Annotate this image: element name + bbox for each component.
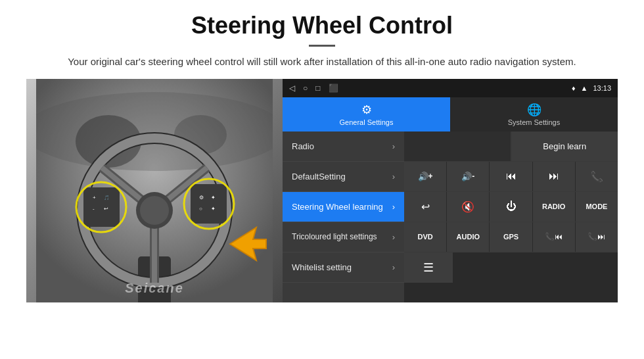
chevron-icon: ›: [392, 141, 395, 151]
audio-button[interactable]: AUDIO: [447, 222, 490, 252]
gps-label: GPS: [503, 233, 518, 241]
menu-list: Radio › DefaultSetting › Steering Wheel …: [283, 132, 404, 302]
menu-default-label: DefaultSetting: [292, 172, 346, 181]
tab-bar: ⚙ General Settings 🌐 System Settings: [283, 97, 618, 132]
menu-item-tricoloured[interactable]: Tricoloured light settings ›: [283, 222, 404, 252]
mode-button[interactable]: MODE: [576, 192, 618, 222]
time-display: 13:13: [593, 84, 611, 92]
phone-icon: 📞: [590, 170, 603, 183]
menu-steering-label: Steering Wheel learning: [292, 202, 383, 212]
page-title: Steering Wheel Control: [26, 12, 618, 39]
empty-cell-1: [404, 132, 511, 161]
controls-area: Begin learn 🔊+ 🔊- ⏮: [404, 132, 618, 302]
svg-point-1: [36, 92, 273, 171]
recents-icon: □: [315, 84, 320, 93]
radio-label: RADIO: [542, 203, 565, 210]
gps-button[interactable]: GPS: [490, 222, 532, 252]
content-area: + 🎵 - ↩ ⚙ ✦ ○ ✦: [26, 79, 618, 302]
chevron-icon: ›: [392, 202, 395, 212]
title-divider: [309, 45, 335, 47]
tab-system[interactable]: 🌐 System Settings: [450, 97, 618, 132]
list-icon: ☰: [423, 260, 434, 275]
plus-sign: +: [428, 172, 433, 181]
arrow-indicator: [223, 221, 269, 270]
mode-label: MODE: [586, 203, 607, 210]
gear-icon: ⚙: [361, 103, 372, 117]
power-button[interactable]: ⏻: [490, 192, 532, 222]
svg-marker-27: [230, 227, 266, 260]
menu-whitelist-label: Whitelist setting: [292, 262, 352, 272]
begin-learn-button[interactable]: Begin learn: [511, 132, 618, 161]
vol-down-icon: 🔊: [461, 172, 472, 181]
dvd-label: DVD: [417, 233, 432, 241]
svg-text:🎵: 🎵: [104, 195, 110, 201]
mute-icon: 🔇: [461, 201, 474, 213]
back-icon: ◁: [289, 84, 295, 93]
svg-text:✦: ✦: [211, 206, 216, 212]
tab-general-label: General Settings: [340, 118, 394, 126]
control-row-3: ↩ 🔇 ⏻ RADIO MODE: [404, 192, 618, 222]
menu-item-default[interactable]: DefaultSetting ›: [283, 162, 404, 192]
home-icon: ○: [303, 84, 308, 93]
chevron-icon: ›: [392, 232, 395, 242]
svg-rect-15: [83, 187, 120, 227]
svg-text:✦: ✦: [211, 195, 216, 201]
globe-icon: 🌐: [527, 103, 541, 117]
list-button[interactable]: ☰: [404, 252, 453, 283]
audio-label: AUDIO: [457, 233, 480, 241]
phone-prev-button[interactable]: 📞⏮: [533, 222, 576, 252]
back-call-button[interactable]: ↩: [404, 192, 447, 222]
chevron-icon: ›: [392, 172, 395, 181]
vol-up-button[interactable]: 🔊+: [404, 162, 447, 191]
menu-item-radio[interactable]: Radio ›: [283, 132, 404, 162]
phone-next-button[interactable]: 📞⏭: [576, 222, 618, 252]
mute-button[interactable]: 🔇: [447, 192, 490, 222]
next-icon: ⏭: [549, 170, 559, 182]
panel-body: Radio › DefaultSetting › Steering Wheel …: [283, 132, 618, 302]
svg-rect-20: [191, 184, 227, 224]
svg-text:+: +: [93, 195, 96, 201]
vol-down-button[interactable]: 🔊-: [447, 162, 490, 191]
wifi-icon: ▲: [581, 84, 588, 92]
watermark: Seicane: [125, 281, 184, 296]
svg-text:⚙: ⚙: [199, 195, 204, 201]
phone-button[interactable]: 📞: [576, 162, 618, 191]
ui-panel: ◁ ○ □ ⬛ ♦ ▲ 13:13 ⚙ General Settings: [283, 79, 618, 302]
tab-system-label: System Settings: [508, 118, 560, 126]
status-bar: ◁ ○ □ ⬛ ♦ ▲ 13:13: [283, 79, 618, 97]
svg-point-14: [140, 196, 169, 225]
phone-next-icon: 📞⏭: [587, 232, 605, 241]
control-row-5: ☰: [404, 252, 618, 283]
next-track-button[interactable]: ⏭: [533, 162, 576, 191]
menu-item-whitelist[interactable]: Whitelist setting ›: [283, 252, 404, 283]
svg-text:-: -: [93, 206, 95, 212]
dvd-button[interactable]: DVD: [404, 222, 447, 252]
radio-button[interactable]: RADIO: [533, 192, 576, 222]
page-subtitle: Your original car's steering wheel contr…: [26, 55, 618, 70]
prev-track-button[interactable]: ⏮: [490, 162, 532, 191]
return-icon: ↩: [421, 201, 430, 213]
control-row-1: Begin learn: [404, 132, 618, 162]
control-row-4: DVD AUDIO GPS 📞⏮ 📞⏭: [404, 222, 618, 252]
menu-radio-label: Radio: [292, 141, 314, 151]
menu-tricoloured-label: Tricoloured light settings: [292, 232, 377, 241]
vol-up-icon: 🔊: [418, 172, 428, 181]
svg-text:↩: ↩: [104, 206, 108, 212]
chevron-icon: ›: [392, 262, 395, 272]
phone-prev-icon: 📞⏮: [545, 232, 563, 241]
menu-icon: ⬛: [329, 84, 338, 93]
minus-sign: -: [472, 172, 474, 181]
status-icons-left: ◁ ○ □ ⬛: [289, 84, 338, 93]
prev-icon: ⏮: [506, 170, 517, 182]
car-image: + 🎵 - ↩ ⚙ ✦ ○ ✦: [26, 79, 283, 302]
svg-text:○: ○: [199, 206, 202, 212]
status-icons-right: ♦ ▲ 13:13: [572, 84, 611, 92]
power-icon: ⏻: [506, 201, 517, 212]
tab-general[interactable]: ⚙ General Settings: [283, 97, 450, 132]
control-row-2: 🔊+ 🔊- ⏮ ⏭ 📞: [404, 162, 618, 192]
menu-item-steering[interactable]: Steering Wheel learning ›: [283, 192, 404, 222]
location-icon: ♦: [572, 84, 576, 92]
